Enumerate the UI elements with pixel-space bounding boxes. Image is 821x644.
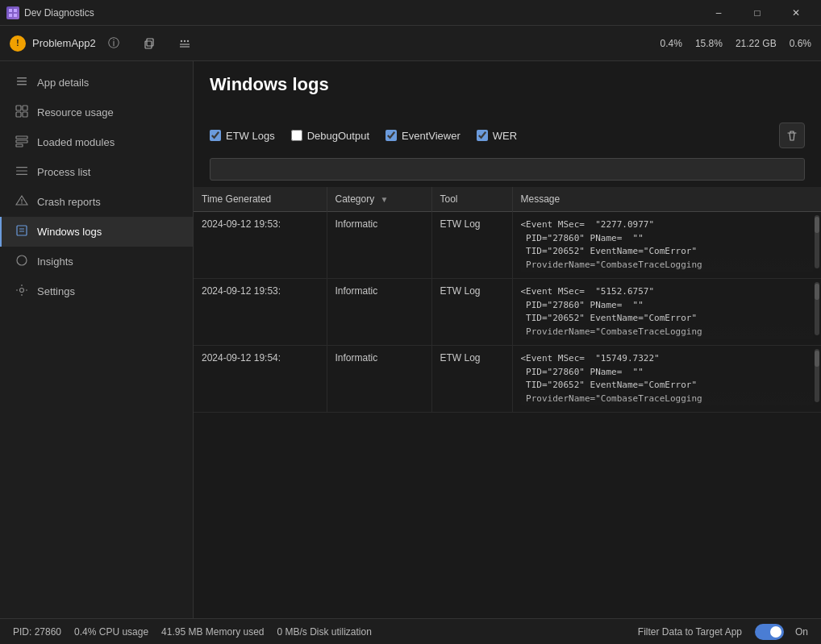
sidebar-item-process-list[interactable]: Process list: [0, 157, 193, 187]
toggle-knob: [770, 626, 781, 638]
delete-logs-button[interactable]: [779, 123, 805, 148]
svg-point-29: [17, 256, 27, 265]
maximize-button[interactable]: □: [739, 0, 776, 26]
menu-button[interactable]: [173, 32, 196, 55]
cell-message: <Event MSec= "5152.6757" PID="27860" PNa…: [512, 279, 821, 346]
logs-table-container[interactable]: Time Generated Category ▼ Tool Message 2…: [194, 187, 821, 618]
etw-checkbox[interactable]: [210, 130, 221, 141]
svg-rect-15: [23, 106, 27, 110]
status-pid: PID: 27860: [13, 626, 61, 638]
svg-rect-26: [17, 226, 27, 235]
svg-rect-21: [16, 167, 27, 168]
cell-message: <Event MSec= "15749.7322" PID="27860" PN…: [512, 346, 821, 413]
sidebar-label-insights: Insights: [37, 256, 73, 268]
sidebar-item-settings[interactable]: Settings: [0, 276, 193, 306]
cell-message: <Event MSec= "2277.0977" PID="27860" PNa…: [512, 212, 821, 279]
cell-tool: ETW Log: [431, 212, 512, 279]
col-header-time[interactable]: Time Generated: [194, 187, 327, 212]
wer-checkbox[interactable]: [477, 130, 488, 141]
svg-rect-11: [17, 77, 27, 79]
eventviewer-filter[interactable]: EventViewer: [385, 130, 461, 142]
svg-rect-1: [14, 9, 17, 12]
window-controls: – □ ✕: [700, 0, 815, 26]
table-row[interactable]: 2024-09-12 19:53:InformaticETW Log<Event…: [194, 279, 821, 346]
minimize-button[interactable]: –: [700, 0, 737, 26]
main-layout: App details Resource usage Loaded module…: [0, 61, 821, 618]
search-bar[interactable]: [210, 158, 805, 181]
svg-rect-14: [16, 106, 21, 110]
svg-rect-13: [17, 84, 27, 85]
eventviewer-checkbox[interactable]: [385, 130, 397, 141]
svg-rect-23: [16, 174, 27, 175]
perf-stats: 0.4% 15.8% 21.22 GB 0.6%: [661, 38, 811, 49]
debug-checkbox[interactable]: [291, 130, 302, 141]
table-header-row: Time Generated Category ▼ Tool Message: [194, 187, 821, 212]
cell-time: 2024-09-12 19:54:: [194, 346, 327, 413]
svg-rect-19: [16, 140, 27, 143]
svg-point-7: [184, 39, 185, 41]
filter-toggle[interactable]: [755, 624, 784, 640]
message-content: <Event MSec= "5152.6757" PID="27860" PNa…: [521, 285, 814, 339]
sidebar-item-crash-reports[interactable]: Crash reports: [0, 187, 193, 217]
windows-logs-icon: [15, 224, 29, 239]
sidebar-label-crash-reports: Crash reports: [37, 196, 101, 208]
svg-rect-17: [23, 112, 27, 117]
svg-rect-16: [16, 112, 21, 117]
cell-category: Informatic: [327, 346, 431, 413]
etw-label: ETW Logs: [226, 130, 275, 142]
close-button[interactable]: ✕: [777, 0, 815, 26]
svg-rect-24: [21, 199, 22, 202]
app-name-label: ProblemApp2: [32, 37, 96, 49]
app-identity: ! ProblemApp2 ⓘ: [10, 32, 125, 55]
svg-rect-5: [147, 39, 153, 46]
col-header-category[interactable]: Category ▼: [327, 187, 431, 212]
resource-usage-icon: [15, 105, 29, 120]
svg-rect-12: [17, 81, 27, 82]
cell-tool: ETW Log: [431, 346, 512, 413]
sidebar-item-windows-logs[interactable]: Windows logs: [0, 217, 193, 247]
status-cpu: 0.4% CPU usage: [74, 626, 148, 638]
svg-rect-20: [16, 144, 23, 147]
sidebar-label-app-details: App details: [37, 77, 89, 89]
svg-rect-18: [16, 136, 27, 139]
etw-filter[interactable]: ETW Logs: [210, 130, 275, 142]
cpu-stat: 0.4%: [661, 38, 682, 49]
cell-category: Informatic: [327, 279, 431, 346]
svg-point-25: [21, 202, 23, 204]
svg-rect-2: [9, 14, 12, 17]
col-header-message[interactable]: Message: [512, 187, 821, 212]
insights-icon: [15, 254, 29, 269]
status-bar: PID: 27860 0.4% CPU usage 41.95 MB Memor…: [0, 618, 821, 644]
svg-rect-0: [9, 9, 12, 12]
sidebar-item-resource-usage[interactable]: Resource usage: [0, 98, 193, 127]
table-row[interactable]: 2024-09-12 19:54:InformaticETW Log<Event…: [194, 346, 821, 413]
copy-button[interactable]: [138, 32, 160, 55]
category-sort-icon: ▼: [381, 195, 389, 204]
sidebar-item-insights[interactable]: Insights: [0, 247, 193, 276]
sidebar-resize-handle[interactable]: [190, 61, 193, 618]
cell-category: Informatic: [327, 212, 431, 279]
debug-filter[interactable]: DebugOutput: [291, 130, 369, 142]
content-header: Windows logs: [194, 61, 821, 116]
svg-point-6: [181, 39, 182, 41]
col-header-tool[interactable]: Tool: [431, 187, 512, 212]
sidebar-label-windows-logs: Windows logs: [37, 226, 102, 238]
disk-stat: 21.22 GB: [736, 38, 777, 49]
info-button[interactable]: ⓘ: [102, 32, 125, 55]
log-rows-body: 2024-09-12 19:53:InformaticETW Log<Event…: [194, 212, 821, 413]
cell-tool: ETW Log: [431, 279, 512, 346]
sidebar-item-loaded-modules[interactable]: Loaded modules: [0, 127, 193, 157]
wer-filter[interactable]: WER: [477, 130, 517, 142]
svg-rect-22: [16, 170, 27, 171]
crash-reports-icon: [15, 194, 29, 210]
sidebar-item-app-details[interactable]: App details: [0, 68, 193, 98]
settings-icon: [15, 284, 29, 299]
cell-time: 2024-09-12 19:53:: [194, 279, 327, 346]
window-title: Dev Diagnostics: [24, 7, 700, 19]
cell-time: 2024-09-12 19:53:: [194, 212, 327, 279]
content-area: Windows logs ETW Logs DebugOutput EventV…: [194, 61, 821, 618]
sidebar-label-settings: Settings: [37, 285, 75, 297]
app-details-icon: [15, 75, 29, 90]
table-row[interactable]: 2024-09-12 19:53:InformaticETW Log<Event…: [194, 212, 821, 279]
loaded-modules-icon: [15, 135, 29, 150]
